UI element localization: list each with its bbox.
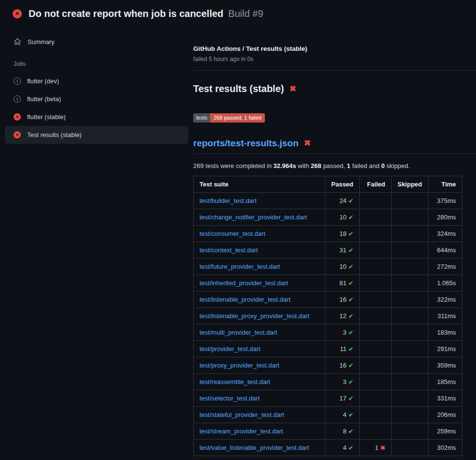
test-suite-link[interactable]: test/value_listenable_provider_test.dart	[200, 444, 309, 451]
skipped-cell	[391, 406, 428, 423]
summary-text-segment: passed,	[322, 162, 347, 169]
alert-circle-icon: !	[14, 77, 21, 85]
skipped-cell	[391, 357, 428, 373]
failed-cell	[359, 291, 391, 307]
table-row: test/reassemble_test.dart3✔185ms	[194, 373, 462, 390]
sidebar-item-job[interactable]: !flutter (beta)	[5, 90, 188, 108]
test-suite-link[interactable]: test/proxy_provider_test.dart	[200, 362, 279, 369]
check-icon: ✔	[348, 296, 353, 303]
home-icon	[14, 38, 21, 46]
time-cell: 375ms	[428, 192, 462, 209]
check-icon: ✔	[348, 346, 353, 353]
sidebar-item-job[interactable]: ✕flutter (stable)	[5, 108, 188, 126]
run-header: ✕ Do not create report when job is cance…	[0, 0, 476, 26]
passed-cell: 4✔	[325, 406, 360, 423]
test-suite-link[interactable]: test/stateful_provider_test.dart	[200, 411, 284, 418]
failed-cell	[359, 307, 391, 324]
summary-text-segment: 32.964s	[273, 162, 296, 169]
run-meta: failed 5 hours ago in 0s	[193, 56, 476, 71]
check-icon: ✔	[348, 395, 353, 402]
time-cell: 644ms	[428, 242, 462, 258]
test-suite-cell: test/proxy_provider_test.dart	[194, 357, 325, 373]
failed-cell	[359, 242, 391, 258]
check-icon: ✔	[348, 379, 353, 385]
skipped-cell	[391, 209, 428, 225]
column-header-skipped: Skipped	[391, 176, 428, 192]
summary-text-segment: failed and	[351, 162, 382, 169]
alert-circle-icon: !	[14, 95, 21, 103]
test-suite-cell: test/stream_provider_test.dart	[194, 423, 325, 439]
skipped-cell	[391, 258, 428, 275]
sidebar-item-job[interactable]: ✕Test results (stable)	[5, 126, 188, 144]
sidebar: Summary Jobs !flutter (dev)!flutter (bet…	[0, 26, 193, 144]
check-icon: ✔	[348, 280, 353, 287]
failed-cell	[359, 423, 391, 439]
table-row: test/builder_test.dart24✔375ms	[194, 192, 462, 209]
test-suite-cell: test/consumer_test.dart	[194, 225, 325, 242]
job-label: flutter (dev)	[27, 77, 59, 85]
test-suite-link[interactable]: test/change_notifier_provider_test.dart	[200, 214, 307, 221]
test-suite-link[interactable]: test/context_test.dart	[200, 246, 258, 254]
table-row: test/value_listenable_provider_test.dart…	[194, 439, 462, 456]
passed-cell: 18✔	[325, 225, 360, 242]
page-layout: Summary Jobs !flutter (dev)!flutter (bet…	[0, 26, 476, 456]
failed-cell	[359, 258, 391, 275]
failed-cell	[359, 275, 391, 291]
passed-cell: 8✔	[325, 423, 360, 439]
test-suite-cell: test/multi_provider_test.dart	[194, 324, 325, 340]
table-row: test/stateful_provider_test.dart4✔206ms	[194, 406, 462, 423]
sidebar-item-summary[interactable]: Summary	[5, 32, 188, 51]
x-circle-icon: ✕	[13, 9, 22, 18]
table-row: test/provider_test.dart11✔291ms	[194, 340, 462, 357]
x-icon: ✖	[304, 139, 311, 147]
check-icon: ✔	[348, 263, 353, 270]
test-suite-link[interactable]: test/provider_test.dart	[200, 345, 261, 353]
time-cell: 331ms	[428, 390, 462, 406]
sidebar-item-job[interactable]: !flutter (dev)	[5, 72, 188, 90]
failed-cell	[359, 406, 391, 423]
test-suite-link[interactable]: test/reassemble_test.dart	[200, 378, 270, 385]
test-suite-cell: test/value_listenable_provider_test.dart	[194, 439, 325, 456]
table-row: test/selector_test.dart17✔331ms	[194, 390, 462, 406]
test-suite-link[interactable]: test/inherited_provider_test.dart	[200, 279, 288, 287]
test-suite-link[interactable]: test/future_provider_test.dart	[200, 263, 280, 270]
test-suite-link[interactable]: test/listenable_proxy_provider_test.dart	[200, 312, 309, 320]
page-title: Do not create report when job is cancell…	[29, 8, 223, 19]
summary-label: Summary	[28, 38, 55, 46]
breadcrumb: GitHub Actions / Test results (stable)	[193, 45, 476, 52]
build-number: Build #9	[228, 8, 263, 19]
passed-cell: 10✔	[325, 258, 360, 275]
column-header-passed: Passed	[325, 176, 360, 192]
test-suite-link[interactable]: test/stream_provider_test.dart	[200, 428, 283, 435]
time-cell: 322ms	[428, 291, 462, 307]
report-title-row: reports/test-results.json ✖	[193, 138, 476, 154]
time-cell: 1.065s	[428, 275, 462, 291]
test-suite-link[interactable]: test/multi_provider_test.dart	[200, 329, 277, 336]
test-suite-link[interactable]: test/selector_test.dart	[200, 395, 260, 402]
failed-cell	[359, 192, 391, 209]
table-row: test/proxy_provider_test.dart16✔359ms	[194, 357, 462, 373]
section-title-row: Test results (stable) ✖	[193, 83, 476, 94]
passed-cell: 10✔	[325, 209, 360, 225]
job-label: flutter (beta)	[27, 95, 61, 103]
skipped-cell	[391, 423, 428, 439]
passed-cell: 16✔	[325, 291, 360, 307]
skipped-cell	[391, 373, 428, 390]
passed-cell: 12✔	[325, 307, 360, 324]
skipped-cell	[391, 307, 428, 324]
test-summary-line: 269 tests were completed in 32.964s with…	[193, 162, 476, 169]
time-cell: 183ms	[428, 324, 462, 340]
test-suite-link[interactable]: test/builder_test.dart	[200, 197, 257, 204]
test-suite-cell: test/provider_test.dart	[194, 340, 325, 357]
passed-cell: 3✔	[325, 324, 360, 340]
passed-cell: 16✔	[325, 357, 360, 373]
skipped-cell	[391, 324, 428, 340]
test-suite-link[interactable]: test/listenable_provider_test.dart	[200, 296, 291, 303]
badge-value: 268 passed, 1 failed	[210, 113, 264, 123]
time-cell: 302ms	[428, 439, 462, 456]
x-icon: ✖	[380, 445, 385, 451]
failed-cell	[359, 324, 391, 340]
report-file-link[interactable]: reports/test-results.json	[193, 138, 299, 149]
check-icon: ✔	[348, 362, 353, 369]
test-suite-link[interactable]: test/consumer_test.dart	[200, 230, 265, 237]
